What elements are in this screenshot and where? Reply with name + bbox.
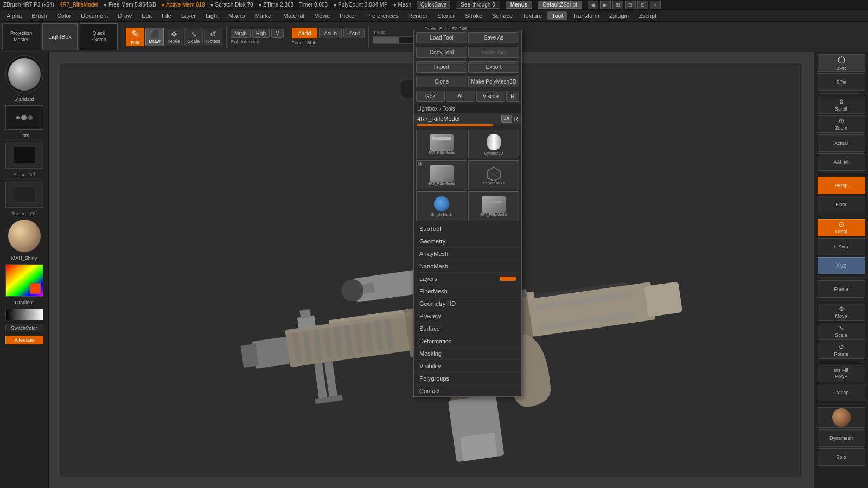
dynamesh-button[interactable]: Dynamesh <box>818 429 865 447</box>
menu-zplugin[interactable]: Zplugin <box>605 11 633 20</box>
menu-items-list[interactable]: SubTool Geometry ArrayMesh NanoMesh Laye… <box>414 223 521 396</box>
texture-box[interactable] <box>5 181 43 208</box>
mat-button-right[interactable] <box>818 407 865 428</box>
tool-thumb-rifle1[interactable]: 4R7_RifleModel <box>416 130 467 159</box>
local-button[interactable]: ⊙ Local <box>818 219 865 236</box>
menu-geometry-hd[interactable]: Geometry HD <box>414 298 521 310</box>
bpr-button[interactable]: ⬡ BPR <box>818 54 865 72</box>
brush-preview[interactable] <box>5 55 43 93</box>
menu-preview[interactable]: Preview <box>414 310 521 323</box>
zcut-button[interactable]: Zcut <box>343 28 365 38</box>
floor-button[interactable]: Floor <box>818 196 865 213</box>
mrgb-button[interactable]: Mrgb <box>231 29 251 38</box>
zsub-button[interactable]: Zsub <box>319 28 342 38</box>
icon-btn-5[interactable]: ⊡ <box>637 1 648 9</box>
menu-zscript[interactable]: Zscript <box>634 11 661 20</box>
menu-masking[interactable]: Masking <box>414 348 521 360</box>
save-as-button[interactable]: Save As <box>468 32 519 43</box>
rotate-button[interactable]: ↺ Rotate <box>204 28 222 46</box>
paste-tool-button[interactable]: Paste Tool <box>468 47 519 58</box>
export-button[interactable]: Export <box>468 61 519 73</box>
menus-button[interactable]: Menus <box>506 1 533 9</box>
move-button[interactable]: ✥ Move <box>165 28 183 46</box>
menu-color[interactable]: Color <box>53 11 75 20</box>
menu-alpha[interactable]: Alpha <box>2 11 26 20</box>
menu-tool[interactable]: Tool <box>547 11 567 20</box>
menu-material[interactable]: Material <box>279 11 309 20</box>
menu-edit[interactable]: Edit <box>137 11 156 20</box>
menu-arraymesh[interactable]: ArrayMesh <box>414 248 521 260</box>
menu-deformation[interactable]: Deformation <box>414 335 521 348</box>
icon-btn-3[interactable]: ⊞ <box>612 1 623 9</box>
move-button-right[interactable]: ✥ Move <box>818 304 865 321</box>
solo-button[interactable]: Solo <box>818 448 865 466</box>
menu-document[interactable]: Document <box>76 11 112 20</box>
zoom-button[interactable]: ⊕ Zoom <box>818 115 865 133</box>
menu-brush[interactable]: Brush <box>27 11 52 20</box>
lightbox-button[interactable]: LightBox <box>42 23 78 50</box>
menu-stencil[interactable]: Stencil <box>433 11 459 20</box>
menu-stroke[interactable]: Stroke <box>461 11 487 20</box>
quicksave-button[interactable]: QuickSave <box>417 1 450 9</box>
r-button[interactable]: R <box>506 91 519 102</box>
mat-sphere[interactable] <box>8 220 41 252</box>
transp-button[interactable]: Transp <box>818 384 865 401</box>
menu-polygroups[interactable]: Polygroups <box>414 373 521 385</box>
persp-button[interactable]: Persp <box>818 177 865 194</box>
load-tool-button[interactable]: Load Tool <box>416 32 467 43</box>
menu-file[interactable]: File <box>157 11 176 20</box>
focal-slider[interactable] <box>373 36 416 44</box>
menu-texture[interactable]: Texture <box>518 11 546 20</box>
menu-subtool[interactable]: SubTool <box>414 223 521 235</box>
m-button[interactable]: M <box>271 29 283 38</box>
menu-preferences[interactable]: Preferences <box>362 11 403 20</box>
zadd-button[interactable]: Zadd <box>292 28 317 38</box>
copy-tool-button[interactable]: Copy Tool <box>416 47 467 58</box>
menu-render[interactable]: Render <box>404 11 432 20</box>
scale-button[interactable]: ⤡ Scale <box>184 28 203 46</box>
icon-btn-6[interactable]: × <box>650 1 661 9</box>
xyz-button[interactable]: Xyz <box>818 257 865 274</box>
alternate-button[interactable]: Alternate <box>5 336 43 344</box>
switchcolor-button[interactable]: SwitchColor <box>5 324 43 332</box>
menu-visibility[interactable]: Visibility <box>414 360 521 373</box>
all-button[interactable]: All <box>446 91 475 102</box>
r-label-model[interactable]: R <box>514 116 518 122</box>
tool-thumb-cylinder[interactable]: Cylinder3D <box>468 130 519 159</box>
tool-thumb-simple[interactable]: SimpleBrush <box>416 191 467 221</box>
alpha-box[interactable] <box>5 142 43 169</box>
menu-fibermesh[interactable]: FiberMesh <box>414 285 521 298</box>
goz-button[interactable]: GoZ <box>416 91 445 102</box>
import-button[interactable]: Import <box>416 61 467 73</box>
icon-btn-2[interactable]: ▶ <box>600 1 611 9</box>
tool-thumb-rifle3[interactable]: 4R7_RifleModel <box>468 191 519 221</box>
gradient-preview[interactable] <box>5 309 43 320</box>
rgb-button[interactable]: Rgb <box>252 29 270 38</box>
menu-surface[interactable]: Surface <box>414 323 521 335</box>
visible-button[interactable]: Visible <box>476 91 505 102</box>
defaultzscript-button[interactable]: DefaultZScript <box>538 1 582 9</box>
tool-thumb-rifle2[interactable]: 8 4R7_RifleModel <box>416 160 467 190</box>
actual-button[interactable]: Actual <box>818 134 865 152</box>
draw-button[interactable]: ⬛ Draw <box>145 28 164 46</box>
scroll-button[interactable]: ⇕ Scroll <box>818 97 865 114</box>
seethrough-button[interactable]: See-through 0 <box>456 1 500 9</box>
menu-nanomesh[interactable]: NanoMesh <box>414 260 521 273</box>
menu-draw[interactable]: Draw <box>113 11 136 20</box>
menu-picker[interactable]: Picker <box>335 11 361 20</box>
frame-button[interactable]: Frame <box>818 280 865 298</box>
aahalf-button[interactable]: AAHalf <box>818 153 865 171</box>
spix-button[interactable]: SPix <box>818 73 865 91</box>
menu-surface[interactable]: Surface <box>488 11 517 20</box>
menu-light[interactable]: Light <box>201 11 223 20</box>
scale-button-right[interactable]: ⤡ Scale <box>818 323 865 340</box>
menu-contact[interactable]: Contact <box>414 385 521 396</box>
menu-macro[interactable]: Macro <box>224 11 250 20</box>
icon-btn-4[interactable]: ⊟ <box>625 1 636 9</box>
clone-button[interactable]: Clone <box>416 76 467 87</box>
menu-movie[interactable]: Movie <box>310 11 334 20</box>
make-polymesh-button[interactable]: Make PolyMesh3D <box>468 76 519 87</box>
menu-layers[interactable]: Layers <box>414 273 521 285</box>
rotate-button-right[interactable]: ↺ Rotate <box>818 342 865 359</box>
menu-transform[interactable]: Transform <box>568 11 604 20</box>
